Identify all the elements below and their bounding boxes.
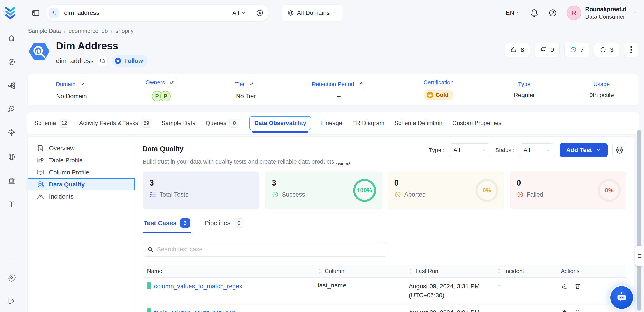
failed-card: 0 Failed 0% xyxy=(510,172,626,209)
version-history-button[interactable]: 3 xyxy=(594,43,619,57)
submenu-item-table-profile[interactable]: Table Profile xyxy=(28,154,135,166)
tab-queries[interactable]: Queries0 xyxy=(206,119,240,127)
test-case-search-input[interactable] xyxy=(157,246,383,253)
column-header-last-run[interactable]: Last Run xyxy=(409,268,498,274)
rail-observability-icon[interactable] xyxy=(5,103,18,115)
vertical-scrollbar[interactable] xyxy=(638,130,641,311)
more-options-button[interactable] xyxy=(624,43,638,57)
type-filter-select[interactable]: All xyxy=(449,143,490,157)
submenu-label: Table Profile xyxy=(49,157,83,164)
clear-search-icon[interactable] xyxy=(256,9,264,17)
sort-icon[interactable] xyxy=(498,268,501,274)
section-subtitle: Build trust in your data with quality te… xyxy=(143,159,626,166)
sort-icon[interactable] xyxy=(409,268,412,274)
tab-lineage[interactable]: Lineage xyxy=(321,120,342,127)
breadcrumb-schema[interactable]: shopify xyxy=(116,28,134,34)
rail-home-icon[interactable] xyxy=(5,32,18,45)
aborted-card: 0 Aborted 0% xyxy=(388,172,504,209)
owner-avatar[interactable]: P xyxy=(160,91,171,101)
add-test-button[interactable]: Add Test xyxy=(560,143,608,157)
tab-label: Schema Definition xyxy=(394,120,442,127)
trash-icon[interactable] xyxy=(574,309,581,312)
downvote-count: 0 xyxy=(550,46,554,54)
total-tests-card: 3 Total Tests xyxy=(143,172,259,209)
tab-label: Activity Feeds & Tasks xyxy=(79,120,138,127)
upvote-button[interactable]: 8 xyxy=(504,43,530,57)
tab-data-observability[interactable]: Data Observability xyxy=(250,116,311,130)
breadcrumb-database[interactable]: ecommerce_db xyxy=(69,28,108,34)
rail-glossary-icon[interactable] xyxy=(5,198,18,211)
downvote-button[interactable]: 0 xyxy=(534,43,560,57)
sidebar-toggle-icon[interactable] xyxy=(31,8,41,18)
chevron-down-icon xyxy=(482,148,486,152)
submenu-item-column-profile[interactable]: Column Profile xyxy=(28,166,135,178)
page-title: Dim Address xyxy=(56,40,148,52)
column-header-column[interactable]: Column xyxy=(318,268,409,274)
meta-type: Type Regular xyxy=(484,74,564,105)
rail-insights-icon[interactable] xyxy=(5,127,18,139)
tab-sample-data[interactable]: Sample Data xyxy=(162,120,196,127)
tab-schema[interactable]: Schema12 xyxy=(34,119,69,127)
collapsed-side-widget[interactable] xyxy=(635,246,644,265)
rail-settings-icon[interactable] xyxy=(5,271,18,284)
meta-value: Regular xyxy=(514,92,535,99)
tab-custom-properties[interactable]: Custom Properties xyxy=(452,120,502,127)
submenu-item-data-quality[interactable]: Data Quality xyxy=(28,178,135,190)
meta-retention: Retention Period -- xyxy=(285,74,393,105)
tab-label: Queries xyxy=(206,120,226,127)
breadcrumb-separator: / xyxy=(111,28,112,34)
global-search-input[interactable] xyxy=(64,10,232,17)
test-case-link[interactable]: table_column_count_between xyxy=(154,308,236,312)
add-test-label: Add Test xyxy=(566,146,592,153)
rail-domains-icon[interactable] xyxy=(5,150,18,163)
rail-explore-icon[interactable] xyxy=(5,56,18,68)
test-case-table: Name Column Last Run Incident Actions co… xyxy=(143,265,626,312)
meta-label: Tier xyxy=(235,81,245,88)
rail-logout-icon[interactable] xyxy=(5,294,18,307)
tab-pipelines[interactable]: Pipelines0 xyxy=(204,217,245,233)
copy-name-button[interactable] xyxy=(98,56,108,66)
submenu-item-overview[interactable]: Overview xyxy=(28,142,135,154)
database-check-icon xyxy=(37,181,44,188)
meta-value: No Domain xyxy=(56,93,87,100)
submenu-item-incidents[interactable]: Incidents xyxy=(28,190,135,202)
sort-icon[interactable] xyxy=(318,268,322,274)
column-value: last_name xyxy=(318,282,346,289)
search-scope-dropdown[interactable]: All xyxy=(232,10,246,17)
tab-test-cases[interactable]: Test Cases3 xyxy=(143,217,191,233)
status-filter-select[interactable]: All xyxy=(519,143,555,157)
language-dropdown[interactable]: EN xyxy=(506,10,520,17)
last-run-value: August 09, 2024, 3:31 PM(UTC+05:30) xyxy=(409,308,480,312)
edit-retention-button[interactable] xyxy=(357,80,366,89)
column-header-incident[interactable]: Incident xyxy=(498,268,561,274)
test-case-link[interactable]: column_values_to_match_regex xyxy=(154,282,242,291)
topbar-right: EN R Rounakpreet.d Data Consumer xyxy=(506,6,638,20)
edit-domain-button[interactable] xyxy=(78,80,87,89)
help-icon[interactable] xyxy=(548,9,557,17)
notifications-bell-icon[interactable] xyxy=(530,9,539,17)
rail-govern-icon[interactable] xyxy=(5,174,18,187)
thumbs-up-icon xyxy=(510,46,517,53)
breadcrumb-service[interactable]: Sample Data xyxy=(28,28,61,34)
tab-schema-definition[interactable]: Schema Definition xyxy=(394,120,442,127)
all-domains-button[interactable]: All Domains xyxy=(282,5,343,21)
edit-icon[interactable] xyxy=(561,309,568,312)
tasks-button[interactable]: 7 xyxy=(564,43,589,57)
meta-label: Usage xyxy=(593,81,610,88)
incident-value: -- xyxy=(498,282,502,289)
tab-activity-feeds[interactable]: Activity Feeds & Tasks59 xyxy=(79,119,152,127)
entity-stats: 8 0 7 3 xyxy=(504,43,638,57)
trash-icon[interactable] xyxy=(574,283,581,289)
user-menu[interactable]: R Rounakpreet.d Data Consumer xyxy=(567,6,638,20)
rail-lineage-icon[interactable] xyxy=(5,79,18,92)
copy-icon xyxy=(100,58,105,64)
app-logo-icon[interactable] xyxy=(4,6,17,20)
quality-settings-button[interactable] xyxy=(612,143,626,157)
tab-er-diagram[interactable]: ER Diagram xyxy=(352,120,384,127)
edit-tier-button[interactable] xyxy=(247,80,256,89)
owner-avatars: P P xyxy=(152,91,171,101)
edit-owners-button[interactable] xyxy=(168,78,177,87)
chatbot-button[interactable] xyxy=(610,286,633,309)
edit-icon[interactable] xyxy=(561,283,568,289)
follow-button[interactable]: Follow xyxy=(112,55,148,67)
